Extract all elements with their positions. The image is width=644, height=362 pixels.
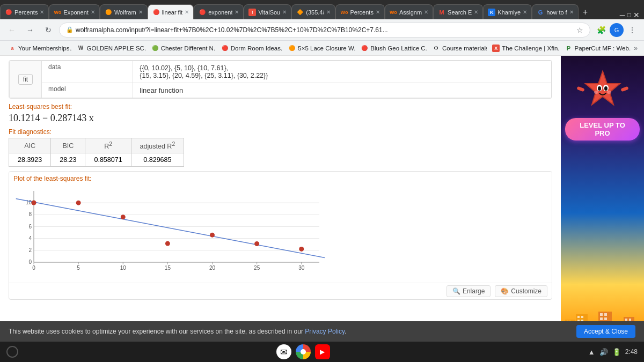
- tab-close-searche[interactable]: ✕: [474, 9, 478, 15]
- tab-close-exponent[interactable]: ✕: [91, 9, 95, 15]
- bookmark-lace[interactable]: 🟠 5×5 Lace Closure W...: [284, 43, 355, 53]
- enlarge-icon: 🔍: [452, 287, 460, 295]
- tab-assignm[interactable]: Wo Assignm ✕: [385, 4, 433, 19]
- volume-icon: 🔊: [599, 348, 608, 356]
- enlarge-button[interactable]: 🔍 Enlarge: [447, 285, 491, 297]
- svg-rect-33: [625, 319, 627, 321]
- refresh-button[interactable]: ↻: [41, 23, 56, 38]
- nav-actions: 🧩 G ⋮: [594, 23, 640, 38]
- tab-exponent2[interactable]: 🔴 exponent ✕: [194, 4, 244, 19]
- tab-close-assignm[interactable]: ✕: [424, 9, 428, 15]
- clock: 2:48: [625, 348, 638, 356]
- tab-label-assignm: Assignm: [399, 9, 422, 16]
- tab-close-355[interactable]: ✕: [326, 9, 331, 15]
- tab-howtof[interactable]: G how to f ✕: [532, 4, 579, 19]
- svg-rect-24: [604, 313, 607, 316]
- tab-favicon-assignm: Wo: [390, 9, 397, 16]
- tab-searche[interactable]: M Search E ✕: [433, 4, 483, 19]
- tab-label-vitalsou: VitalSou: [258, 9, 280, 16]
- model-label: model: [48, 85, 66, 93]
- bookmark-label-challenge: The Challenge | Xfin...: [502, 45, 559, 51]
- tab-wolfram[interactable]: 🟠 Wolfram ✕: [100, 4, 148, 19]
- tab-close-khamiye[interactable]: ✕: [523, 9, 527, 15]
- tab-favicon-searche: M: [438, 9, 445, 16]
- tab-percents2[interactable]: Wo Percents ✕: [335, 4, 384, 19]
- tab-percents[interactable]: 🔴 Percents ✕: [0, 4, 49, 19]
- chrome-icon[interactable]: [296, 344, 311, 359]
- tab-label-linearfit: linear fit: [162, 9, 183, 16]
- diag-header: Fit diagnostics:: [9, 128, 552, 136]
- model-value-cell: linear function: [133, 83, 552, 98]
- tab-khamiye[interactable]: K Khamiye ✕: [483, 4, 532, 19]
- maximize-icon[interactable]: □: [627, 11, 631, 19]
- bookmark-memberships[interactable]: a Your Memberships...: [4, 43, 72, 53]
- tab-favicon-percents: 🔴: [5, 9, 12, 16]
- bookmark-label-chester: Chester Different N...: [161, 45, 216, 51]
- data-value-cell: {{0, 10.02}, {5, 10}, {10, 7.61},{15, 3.…: [133, 61, 552, 83]
- new-tab-button[interactable]: +: [579, 5, 592, 19]
- aic-val: 28.3923: [9, 153, 51, 167]
- tab-exponent[interactable]: Wo Exponent ✕: [49, 4, 99, 19]
- tab-close-wolfram[interactable]: ✕: [138, 9, 143, 15]
- extensions-button[interactable]: 🧩: [594, 23, 609, 38]
- tab-close-howtof[interactable]: ✕: [569, 9, 574, 15]
- address-bar[interactable]: 🔒 wolframalpha.com/input/?i=linear+fit+%…: [59, 23, 590, 38]
- windows-button[interactable]: [6, 346, 18, 358]
- profile-button[interactable]: G: [610, 23, 624, 37]
- bookmark-chester[interactable]: 🟢 Chester Different N...: [147, 43, 216, 53]
- lock-icon: 🔒: [66, 26, 74, 33]
- minimize-icon[interactable]: ─: [620, 11, 625, 19]
- tab-label-exponent2: exponent: [208, 9, 232, 16]
- tab-close-percents[interactable]: ✕: [40, 9, 44, 15]
- close-window-icon[interactable]: ✕: [633, 11, 640, 19]
- tab-vitalsou[interactable]: ! VitalSou ✕: [244, 4, 291, 19]
- back-button[interactable]: ←: [4, 23, 19, 38]
- bookmark-star-icon[interactable]: ☆: [576, 26, 583, 34]
- fit-table: fit data {{0, 10.02}, {5, 10}, {10, 7.61…: [9, 61, 552, 98]
- plot-area: [9, 184, 552, 283]
- fit-section: fit data {{0, 10.02}, {5, 10}, {10, 7.61…: [9, 60, 552, 99]
- accept-close-button[interactable]: Accept & Close: [576, 325, 635, 338]
- svg-point-4: [604, 86, 608, 91]
- tab-favicon-linearfit: 🔴: [152, 9, 160, 16]
- plot-header: Plot of the least-squares fit:: [9, 172, 552, 184]
- bookmark-blush[interactable]: 🔴 Blush Geo Lattice C...: [356, 43, 427, 53]
- bookmark-favicon-dorm: 🔴: [221, 45, 229, 52]
- adj-r2-val: 0.829685: [131, 153, 184, 167]
- ad-panel[interactable]: LEVEL UP TO PRO: [561, 56, 644, 342]
- menu-button[interactable]: ⋮: [625, 23, 640, 38]
- diag-table: AIC BIC R2 adjusted R2 28.3923 28.23 0.8…: [9, 138, 184, 167]
- svg-point-5: [594, 91, 598, 94]
- content-area: fit data {{0, 10.02}, {5, 10}, {10, 7.61…: [0, 56, 644, 342]
- bookmark-dorm[interactable]: 🔴 Dorm Room Ideas...: [217, 43, 283, 53]
- cookie-bar: This website uses cookies to optimize yo…: [0, 321, 644, 342]
- youtube-icon[interactable]: ▶: [315, 344, 330, 359]
- ad-level-up[interactable]: LEVEL UP TO PRO: [561, 56, 644, 342]
- bookmark-golden[interactable]: W GOLDEN APPLE SC...: [73, 43, 146, 53]
- tab-bar: 🔴 Percents ✕ Wo Exponent ✕ 🟠 Wolfram ✕ 🔴…: [0, 0, 644, 19]
- tab-close-vitalsou[interactable]: ✕: [282, 9, 287, 15]
- bookmark-challenge[interactable]: X The Challenge | Xfin...: [488, 43, 559, 53]
- forward-button[interactable]: →: [23, 23, 38, 38]
- r2-val: 0.858071: [85, 153, 131, 167]
- tab-355[interactable]: 🔶 (355.4/ ✕: [291, 4, 335, 19]
- gmail-icon[interactable]: ✉: [276, 344, 291, 359]
- tab-close-linearfit[interactable]: ✕: [185, 9, 189, 15]
- bookmark-papercut[interactable]: P PaperCut MF : Web...: [560, 43, 631, 53]
- ad-mascot: [581, 69, 624, 112]
- tab-label-wolfram: Wolfram: [114, 9, 136, 16]
- level-up-badge[interactable]: LEVEL UP TO PRO: [565, 118, 640, 141]
- customize-button[interactable]: 🎨 Customize: [495, 285, 547, 297]
- tab-linearfit[interactable]: 🔴 linear fit ✕: [148, 4, 194, 19]
- bookmark-label-golden: GOLDEN APPLE SC...: [87, 45, 146, 51]
- bookmark-favicon-course: ⚙: [433, 45, 440, 52]
- tab-close-percents2[interactable]: ✕: [376, 9, 380, 15]
- address-text: wolframalpha.com/input/?i=linear+fit+%7B…: [76, 26, 388, 34]
- tab-close-exponent2[interactable]: ✕: [235, 9, 239, 15]
- bookmark-label-memberships: Your Memberships...: [18, 45, 72, 51]
- customize-label: Customize: [511, 287, 541, 295]
- privacy-policy-link[interactable]: Privacy Policy: [305, 328, 345, 335]
- bookmarks-overflow[interactable]: »: [632, 45, 640, 52]
- fit-tag: fit: [18, 74, 33, 85]
- bookmark-course[interactable]: ⚙ Course materials: [428, 43, 487, 53]
